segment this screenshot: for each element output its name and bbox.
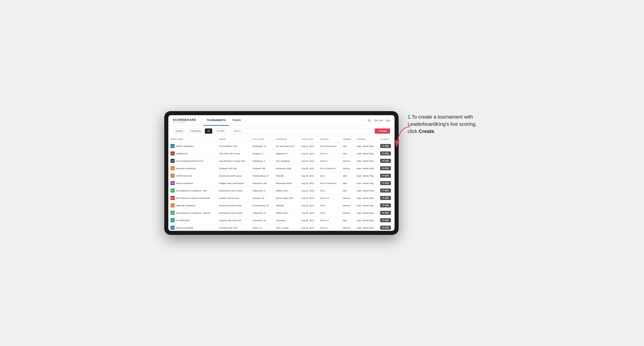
cell-actions: ✏ Edit xyxy=(378,165,394,172)
cell-scoring: team, Stroke Play xyxy=(354,194,378,202)
table-row: WP Fall Statesmen Invitational - Men Edm… xyxy=(168,187,394,194)
edit-button[interactable]: ✏ Edit xyxy=(380,226,391,230)
cell-division: NCAA Division II xyxy=(318,165,341,172)
cell-scoring: team, Stroke Play xyxy=(354,172,378,179)
col-gender: GENDER xyxy=(341,136,355,142)
col-actions: ACTIONS xyxy=(378,136,394,142)
event-name-cell: M Maverick Invitational xyxy=(170,166,214,170)
tab-tournaments[interactable]: TOURNAMENTS xyxy=(204,115,229,126)
col-scoring: SCORING xyxy=(354,136,378,142)
event-name-cell: H Highland 36 xyxy=(170,151,214,156)
team-logo-letter: H xyxy=(170,151,175,156)
cell-venue: Edmundson Golf Course xyxy=(217,209,250,217)
cell-venue: Ruttger's Bay Lake Resort xyxy=(217,179,250,187)
tab-teams[interactable]: TEAMS xyxy=(229,115,244,126)
event-name-text: Highland 36 xyxy=(176,152,188,155)
cell-gender: Women xyxy=(341,202,355,209)
cell-event-name: MS 2023 Women's Hesston Fall Kickoff xyxy=(168,194,217,202)
team-logo-letter: M xyxy=(170,166,175,170)
edit-button[interactable]: ✏ Edit xyxy=(380,159,391,163)
cell-gender: Men xyxy=(341,150,355,157)
table-row: Mo Morris Invitational Ruttger's Bay Lak… xyxy=(168,179,394,187)
cell-venue: Hesston Golf Course xyxy=(217,194,250,202)
cell-city-state: Faribault, MN xyxy=(250,165,274,172)
cell-start-date: Aug 25, 2023 xyxy=(299,150,318,157)
sign-label[interactable]: Sign xyxy=(386,119,390,122)
filter-icon: ☰ xyxy=(216,130,218,132)
annotation-bold: Create xyxy=(419,129,434,134)
cell-hosted-by: William Penn xyxy=(274,209,299,217)
edit-button[interactable]: ✏ Edit xyxy=(380,181,391,185)
competing-filter-button[interactable]: Competing xyxy=(187,129,203,134)
annotation-text-1: 1.To create a tournament with Leaderboar… xyxy=(408,114,476,134)
cell-start-date: Aug 28, 2023 xyxy=(299,172,318,179)
table-row: CS Carl Sandburg Women FA23 Lake Bracken… xyxy=(168,157,394,165)
event-name-text: Fall Statesmen Invitational - Women xyxy=(176,212,210,214)
edit-button[interactable]: ✏ Edit xyxy=(380,196,391,200)
edit-button[interactable]: ✏ Edit xyxy=(380,166,391,170)
event-name-text: MSMC Qualifying 1 xyxy=(176,145,194,147)
cell-hosted-by: Pikeville xyxy=(274,172,299,179)
cell-event-name: M MSMC Qualifying 1 xyxy=(168,142,217,150)
cell-division: NAIA xyxy=(318,187,341,194)
event-name-text: Maverick Invitational xyxy=(176,167,195,170)
cell-gender: Women xyxy=(341,157,355,165)
events-table: EVENT NAME VENUE CITY, STATE HOSTED BY S… xyxy=(168,136,394,231)
search-input[interactable] xyxy=(231,128,371,134)
cell-division: NJCAA II xyxy=(318,217,341,224)
cell-city-state: Newburgh, NY xyxy=(250,142,274,150)
edit-button[interactable]: ✏ Edit xyxy=(380,151,391,156)
event-name-cell: CS Carl Sandburg Women FA23 xyxy=(170,159,214,163)
edit-button[interactable]: ✏ Edit xyxy=(380,188,391,192)
create-button[interactable]: + Create xyxy=(375,129,390,134)
team-logo-letter: Mo xyxy=(170,181,175,185)
cell-venue: Cypress Hills Golf Club xyxy=(217,217,250,224)
cell-gender: Men xyxy=(341,179,355,187)
cell-gender: Women xyxy=(341,165,355,172)
cell-gender: Women xyxy=(341,194,355,202)
gear-icon[interactable]: ⚙ xyxy=(367,118,372,123)
cell-start-date: Aug 28, 2023 xyxy=(299,179,318,187)
logo-scoreboard: SCOREBOARD xyxy=(173,118,196,121)
cell-scoring: team, Stroke Play xyxy=(354,150,378,157)
cell-start-date: Aug 28, 2023 xyxy=(299,202,318,209)
cell-division: NAIA xyxy=(318,209,341,217)
edit-button[interactable]: ✏ Edit xyxy=(380,203,391,207)
cell-hosted-by: Pikeville xyxy=(274,202,299,209)
cell-actions: ✏ Edit xyxy=(378,157,394,165)
col-hosted-by: HOSTED BY xyxy=(274,136,299,142)
table-row: U upike fall invitational StoneCrest Gol… xyxy=(168,202,394,209)
event-name-cell: M MSMC Qualifying 1 xyxy=(170,144,214,148)
edit-button[interactable]: ✏ Edit xyxy=(380,211,391,215)
edit-button[interactable]: ✏ Edit xyxy=(380,218,391,222)
event-name-text: Carl Sandburg Women FA23 xyxy=(176,160,203,162)
table-row: H Highland 36 Park Hills Golf CourseFree… xyxy=(168,150,394,157)
cell-start-date: Aug 28, 2023 xyxy=(299,194,318,202)
hosting-filter-button[interactable]: Hosting xyxy=(173,129,186,134)
event-name-cell: WP Fall Statesmen Invitational - Women xyxy=(170,211,214,215)
nav-bar: SCOREBOARD Powered by Clippr TOURNAMENTS… xyxy=(168,115,394,126)
cell-gender: Women xyxy=(341,209,355,217)
cell-scoring: team, Stroke Play xyxy=(354,217,378,224)
user-label: Test User xyxy=(374,119,383,122)
cell-hosted-by: Murray State (OK) xyxy=(274,194,299,202)
cell-hosted-by: Highland CC xyxy=(274,150,299,157)
all-filter-button[interactable]: All xyxy=(205,129,212,134)
cell-actions: ✏ Edit xyxy=(378,172,394,179)
team-logo-letter: WP xyxy=(170,211,175,215)
table-body: M MSMC Qualifying 1 The Powelton ClubNew… xyxy=(168,142,394,231)
filter-button[interactable]: ☰ Filter xyxy=(214,129,227,134)
team-logo: M xyxy=(170,166,175,170)
cell-actions: ✏ Edit xyxy=(378,224,394,231)
cell-city-state: Freeport, IL xyxy=(250,150,274,157)
cell-gender: Men xyxy=(341,187,355,194)
cell-hosted-by: Minnesota-Morris xyxy=(274,179,299,187)
edit-button[interactable]: ✏ Edit xyxy=(380,144,391,148)
cell-gender: Women xyxy=(341,224,355,231)
cell-venue: Kokopelli Golf Club xyxy=(217,224,250,231)
event-name-text: 2023 Women's Hesston Fall Kickoff xyxy=(176,197,210,199)
col-start-date: START DATE xyxy=(299,136,318,142)
edit-button[interactable]: ✏ Edit xyxy=(380,174,391,178)
cell-start-date: Aug 28, 2023 xyxy=(299,209,318,217)
cell-division: NAIA xyxy=(318,172,341,179)
